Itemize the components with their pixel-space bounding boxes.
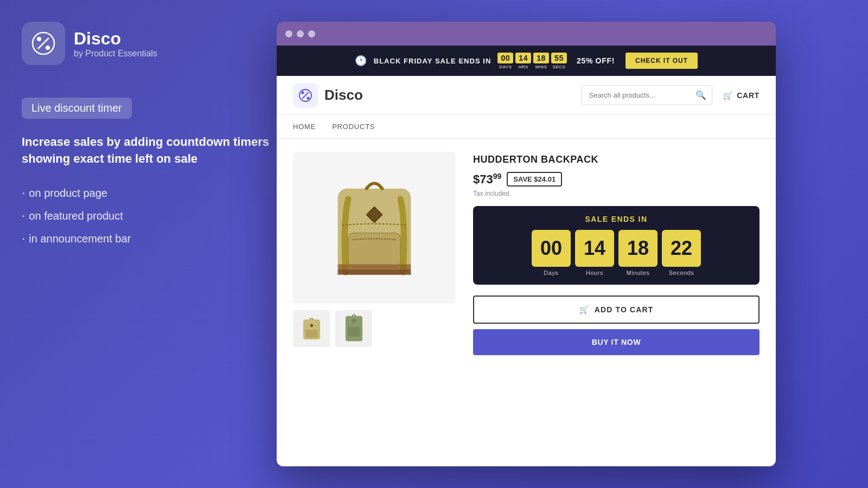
svg-rect-18 bbox=[348, 327, 360, 337]
countdown-days: 00 Days bbox=[532, 230, 571, 276]
cart-label: CART bbox=[737, 91, 760, 100]
feature-list: on product page on featured product in a… bbox=[22, 185, 271, 246]
announcement-sale-text: BLACK FRIDAY SALE ENDS IN bbox=[374, 57, 492, 65]
feature-description: Increase sales by adding countdown timer… bbox=[22, 134, 271, 168]
left-panel: Disco by Product Essentials Live discoun… bbox=[22, 22, 271, 253]
product-images bbox=[293, 152, 456, 453]
cart-button[interactable]: 🛒 CART bbox=[723, 91, 760, 100]
product-thumb-1[interactable] bbox=[293, 310, 330, 347]
app-header: Disco by Product Essentials bbox=[22, 22, 271, 65]
product-countdown: 00 Days 14 Hours 18 Minutes 22 Seconds bbox=[482, 230, 751, 276]
price-cents: 99 bbox=[493, 172, 502, 181]
app-name: Disco bbox=[74, 29, 157, 49]
sale-ends-label: SALE ENDS IN bbox=[482, 215, 751, 223]
check-it-out-button[interactable]: CHECK IT OUT bbox=[626, 53, 698, 69]
product-details: HUDDERTON BACKPACK $7399 SAVE $24.01 Tax… bbox=[473, 152, 760, 453]
nav-products[interactable]: PRODUCTS bbox=[332, 123, 375, 131]
countdown-seconds-label: Seconds bbox=[669, 269, 694, 276]
countdown-hours-label: Hours bbox=[586, 269, 603, 276]
product-page: HUDDERTON BACKPACK $7399 SAVE $24.01 Tax… bbox=[277, 139, 776, 466]
announcement-countdown: 00 DAYS 14 HRS 18 MINS 55 SECS bbox=[497, 53, 567, 69]
svg-rect-13 bbox=[338, 269, 411, 275]
sale-countdown-box: SALE ENDS IN 00 Days 14 Hours 18 Minutes bbox=[473, 206, 760, 285]
countdown-minutes: 18 Minutes bbox=[618, 230, 658, 276]
store-logo-icon bbox=[293, 83, 318, 108]
countdown-seconds-num: 22 bbox=[662, 230, 701, 267]
countdown-seconds: 22 Seconds bbox=[662, 230, 701, 276]
svg-point-8 bbox=[307, 97, 310, 99]
svg-point-3 bbox=[46, 46, 50, 50]
store-search[interactable]: 🔍 bbox=[581, 85, 712, 105]
feature-item-2: on featured product bbox=[22, 208, 271, 223]
mini-days: 00 DAYS bbox=[497, 53, 513, 69]
app-subtitle: by Product Essentials bbox=[74, 49, 157, 59]
cart-icon-btn: 🛒 bbox=[579, 305, 589, 314]
store-nav: HOME PRODUCTS bbox=[277, 115, 776, 139]
add-to-cart-button[interactable]: 🛒 ADD TO CART bbox=[473, 296, 760, 324]
nav-home[interactable]: HOME bbox=[293, 123, 316, 131]
svg-point-19 bbox=[352, 318, 356, 323]
countdown-minutes-label: Minutes bbox=[627, 269, 649, 276]
product-name: HUDDERTON BACKPACK bbox=[473, 154, 760, 165]
countdown-hours-num: 14 bbox=[575, 230, 614, 267]
buy-now-button[interactable]: BUY IT NOW bbox=[473, 329, 760, 355]
mini-seconds: 55 SECS bbox=[551, 53, 567, 69]
store-logo: Disco bbox=[293, 83, 581, 108]
app-icon bbox=[22, 22, 65, 65]
svg-point-2 bbox=[37, 37, 41, 41]
svg-rect-11 bbox=[348, 233, 400, 267]
discount-badge: 25% OFF! bbox=[577, 56, 615, 65]
announcement-bar: 🕐 BLACK FRIDAY SALE ENDS IN 00 DAYS 14 H… bbox=[277, 46, 776, 76]
store-header: Disco 🔍 🛒 CART bbox=[277, 76, 776, 115]
search-input[interactable] bbox=[582, 87, 690, 104]
browser-chrome bbox=[277, 22, 776, 46]
feature-item-1: on product page bbox=[22, 185, 271, 200]
app-title-block: Disco by Product Essentials bbox=[74, 29, 157, 59]
browser-dot-green bbox=[308, 30, 315, 37]
tax-note: Tax included. bbox=[473, 190, 760, 197]
feature-badge: Live discount timer bbox=[22, 98, 132, 119]
mini-minutes: 18 MINS bbox=[533, 53, 549, 69]
countdown-days-label: Days bbox=[544, 269, 558, 276]
product-thumbnails bbox=[293, 310, 456, 347]
mini-hours: 14 HRS bbox=[515, 53, 531, 69]
browser-window: 🕐 BLACK FRIDAY SALE ENDS IN 00 DAYS 14 H… bbox=[277, 22, 776, 466]
search-button[interactable]: 🔍 bbox=[690, 86, 712, 105]
browser-dot-red bbox=[285, 30, 292, 37]
svg-rect-16 bbox=[305, 330, 317, 337]
svg-point-7 bbox=[302, 91, 304, 94]
countdown-hours: 14 Hours bbox=[575, 230, 614, 276]
product-thumb-2[interactable] bbox=[335, 310, 372, 347]
countdown-days-num: 00 bbox=[532, 230, 571, 267]
save-badge: SAVE $24.01 bbox=[507, 172, 562, 187]
price-row: $7399 SAVE $24.01 bbox=[473, 172, 760, 187]
countdown-minutes-num: 18 bbox=[618, 230, 658, 267]
browser-dot-yellow bbox=[297, 30, 304, 37]
feature-item-3: in announcement bar bbox=[22, 230, 271, 246]
cart-icon: 🛒 bbox=[723, 91, 733, 100]
add-to-cart-label: ADD TO CART bbox=[595, 305, 654, 314]
clock-icon: 🕐 bbox=[355, 55, 367, 67]
product-price: $7399 bbox=[473, 172, 501, 187]
store-name: Disco bbox=[324, 87, 363, 104]
product-main-image bbox=[293, 152, 456, 304]
price-dollars: $73 bbox=[473, 172, 493, 186]
